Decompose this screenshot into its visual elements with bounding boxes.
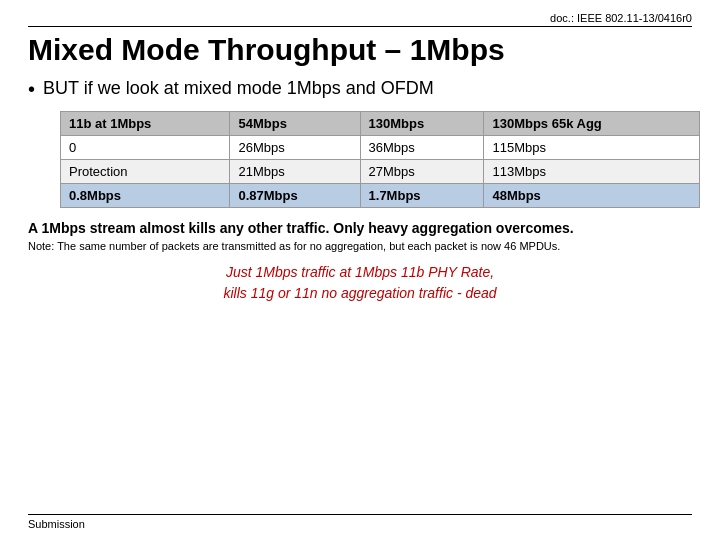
- cell-r1c2: 26Mbps: [230, 136, 360, 160]
- page-title: Mixed Mode Throughput – 1Mbps: [28, 33, 692, 67]
- table-row-highlight: 0.8Mbps 0.87Mbps 1.7Mbps 48Mbps: [61, 184, 700, 208]
- bullet-text: BUT if we look at mixed mode 1Mbps and O…: [43, 77, 434, 100]
- col-header-3: 130Mbps: [360, 112, 484, 136]
- note-text: Note: The same number of packets are tra…: [28, 240, 692, 252]
- cell-r3c4: 48Mbps: [484, 184, 700, 208]
- footer: Submission: [28, 514, 692, 530]
- doc-reference: doc.: IEEE 802.11-13/0416r0: [28, 12, 692, 27]
- bullet-symbol: •: [28, 77, 35, 101]
- bold-statement: A 1Mbps stream almost kills any other tr…: [28, 220, 692, 236]
- cell-r1c1: 0: [61, 136, 230, 160]
- cell-r3c3: 1.7Mbps: [360, 184, 484, 208]
- col-header-1: 11b at 1Mbps: [61, 112, 230, 136]
- col-header-4: 130Mbps 65k Agg: [484, 112, 700, 136]
- cell-r2c1: Protection: [61, 160, 230, 184]
- cell-r3c1: 0.8Mbps: [61, 184, 230, 208]
- cell-r2c4: 113Mbps: [484, 160, 700, 184]
- italic-line-1: Just 1Mbps traffic at 1Mbps 11b PHY Rate…: [226, 264, 494, 280]
- cell-r3c2: 0.87Mbps: [230, 184, 360, 208]
- cell-r1c4: 115Mbps: [484, 136, 700, 160]
- bullet-point: • BUT if we look at mixed mode 1Mbps and…: [28, 77, 692, 101]
- table-row: Protection 21Mbps 27Mbps 113Mbps: [61, 160, 700, 184]
- table-row: 0 26Mbps 36Mbps 115Mbps: [61, 136, 700, 160]
- italic-line-2: kills 11g or 11n no aggregation traffic …: [223, 285, 496, 301]
- page: doc.: IEEE 802.11-13/0416r0 Mixed Mode T…: [0, 0, 720, 540]
- footer-label: Submission: [28, 518, 85, 530]
- cell-r2c3: 27Mbps: [360, 160, 484, 184]
- cell-r2c2: 21Mbps: [230, 160, 360, 184]
- col-header-2: 54Mbps: [230, 112, 360, 136]
- table-header-row: 11b at 1Mbps 54Mbps 130Mbps 130Mbps 65k …: [61, 112, 700, 136]
- throughput-table: 11b at 1Mbps 54Mbps 130Mbps 130Mbps 65k …: [60, 111, 700, 208]
- cell-r1c3: 36Mbps: [360, 136, 484, 160]
- italic-red-text: Just 1Mbps traffic at 1Mbps 11b PHY Rate…: [28, 262, 692, 304]
